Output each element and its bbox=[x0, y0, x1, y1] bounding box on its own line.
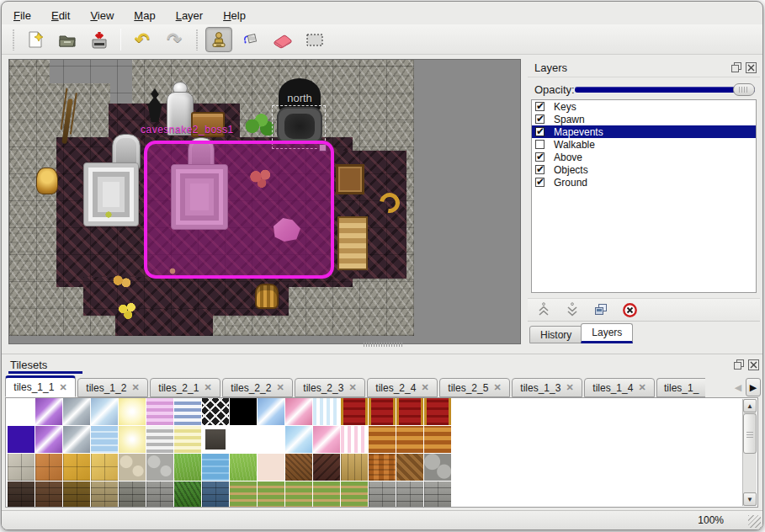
tileset-tab-tiles_1_4[interactable]: tiles_1_4✕ bbox=[584, 378, 655, 397]
palette-tile[interactable] bbox=[230, 454, 257, 481]
palette-tile[interactable] bbox=[35, 481, 62, 508]
layer-visibility-checkbox[interactable]: ✔ bbox=[535, 127, 545, 136]
layer-visibility-checkbox[interactable]: ✔ bbox=[535, 114, 545, 124]
tab-close-icon[interactable]: ✕ bbox=[276, 382, 284, 393]
palette-tile[interactable] bbox=[396, 481, 423, 508]
palette-tile[interactable] bbox=[202, 481, 229, 508]
tab-scroll-right-button[interactable]: ▶ bbox=[746, 378, 761, 396]
palette-tile[interactable] bbox=[63, 426, 90, 453]
palette-tile[interactable] bbox=[341, 426, 368, 453]
eraser-tool-button[interactable] bbox=[269, 27, 296, 52]
palette-tile[interactable] bbox=[91, 426, 118, 453]
layer-visibility-checkbox[interactable] bbox=[535, 140, 545, 149]
select-rect-tool-button[interactable] bbox=[301, 27, 328, 52]
palette-tile[interactable] bbox=[119, 454, 146, 481]
palette-tile[interactable] bbox=[91, 454, 118, 481]
palette-tile[interactable] bbox=[369, 481, 396, 508]
palette-tile[interactable] bbox=[313, 398, 340, 425]
palette-tile[interactable] bbox=[396, 398, 423, 425]
palette-tile[interactable] bbox=[424, 426, 451, 453]
tab-close-icon[interactable]: ✕ bbox=[493, 382, 501, 393]
layer-row-mapevents[interactable]: ✔Mapevents bbox=[532, 125, 756, 138]
layer-row-spawn[interactable]: ✔Spawn bbox=[532, 113, 756, 125]
map-view[interactable]: north cavesnake2_boss1 bbox=[8, 59, 521, 344]
palette-tile[interactable] bbox=[35, 454, 62, 481]
palette-tile[interactable] bbox=[424, 481, 451, 508]
palette-tile[interactable] bbox=[341, 454, 368, 481]
tileset-tab-tiles_2_5[interactable]: tiles_2_5✕ bbox=[439, 378, 510, 397]
palette-tile[interactable] bbox=[174, 454, 201, 481]
palette-tile[interactable] bbox=[35, 398, 62, 425]
duplicate-layer-button[interactable] bbox=[592, 301, 610, 319]
close-panel-icon[interactable] bbox=[746, 62, 757, 73]
palette-tile[interactable] bbox=[424, 398, 451, 425]
tileset-tab-tiles_1_[interactable]: tiles_1_ bbox=[656, 378, 705, 397]
layer-row-keys[interactable]: ✔Keys bbox=[532, 100, 756, 113]
palette-tile[interactable] bbox=[119, 398, 146, 425]
menu-file[interactable]: File bbox=[10, 8, 35, 23]
menu-help[interactable]: Help bbox=[220, 8, 249, 23]
scrollbar-thumb[interactable] bbox=[743, 413, 757, 454]
layer-visibility-checkbox[interactable]: ✔ bbox=[535, 165, 545, 174]
tab-close-icon[interactable]: ✕ bbox=[59, 382, 66, 393]
palette-tile[interactable] bbox=[258, 426, 284, 453]
palette-tile[interactable] bbox=[285, 398, 312, 425]
fill-tool-button[interactable] bbox=[237, 27, 264, 52]
palette-tile[interactable] bbox=[91, 398, 118, 425]
layer-row-above[interactable]: ✔Above bbox=[532, 151, 756, 163]
tileset-tab-tiles_1_1[interactable]: tiles_1_1✕ bbox=[5, 375, 76, 397]
tileset-tab-tiles_1_2[interactable]: tiles_1_2✕ bbox=[77, 378, 148, 397]
palette-tile[interactable] bbox=[285, 426, 312, 453]
palette-tile[interactable] bbox=[119, 426, 146, 453]
palette-tile[interactable] bbox=[119, 481, 146, 508]
tilesets-close-icon[interactable] bbox=[748, 359, 759, 370]
tileset-tab-tiles_2_3[interactable]: tiles_2_3✕ bbox=[295, 378, 365, 397]
open-button[interactable] bbox=[54, 27, 81, 52]
palette-tile[interactable] bbox=[63, 481, 90, 508]
palette-tile[interactable] bbox=[8, 454, 35, 481]
window-resize-grip[interactable] bbox=[748, 515, 761, 528]
palette-tile[interactable] bbox=[341, 398, 368, 425]
palette-tile[interactable] bbox=[313, 481, 340, 508]
palette-tile[interactable] bbox=[146, 454, 173, 481]
palette-tile[interactable] bbox=[285, 454, 312, 481]
palette-tile[interactable] bbox=[369, 454, 396, 481]
undo-button[interactable]: ↶ bbox=[129, 27, 156, 52]
tileset-tab-tiles_2_2[interactable]: tiles_2_2✕ bbox=[222, 378, 293, 397]
palette-tile[interactable] bbox=[369, 398, 396, 425]
mapevent-selection-rect[interactable] bbox=[144, 141, 334, 279]
tab-close-icon[interactable]: ✕ bbox=[348, 382, 356, 393]
layer-visibility-checkbox[interactable]: ✔ bbox=[535, 178, 545, 187]
palette-tile[interactable] bbox=[313, 426, 340, 453]
lower-layer-button[interactable] bbox=[563, 301, 582, 319]
menu-view[interactable]: View bbox=[87, 8, 117, 23]
menu-edit[interactable]: Edit bbox=[48, 8, 73, 23]
palette-tile[interactable] bbox=[396, 454, 423, 481]
palette-tile[interactable] bbox=[91, 481, 118, 508]
palette-tile[interactable] bbox=[174, 426, 201, 453]
palette-tile[interactable] bbox=[8, 481, 35, 508]
palette-tile[interactable] bbox=[146, 481, 173, 508]
palette-tile[interactable] bbox=[8, 426, 35, 453]
raise-layer-button[interactable] bbox=[534, 301, 553, 319]
palette-tile[interactable] bbox=[258, 398, 284, 425]
palette-scrollbar[interactable]: ▲ ▼ bbox=[742, 399, 757, 506]
float-panel-icon[interactable] bbox=[731, 62, 742, 73]
palette-tile[interactable] bbox=[202, 398, 229, 425]
palette-tile[interactable] bbox=[230, 398, 257, 425]
tileset-tab-tiles_1_3[interactable]: tiles_1_3✕ bbox=[512, 378, 582, 397]
tab-close-icon[interactable]: ✕ bbox=[204, 382, 211, 393]
palette-tile[interactable] bbox=[202, 426, 229, 453]
stamp-tool-button[interactable] bbox=[205, 27, 232, 52]
layer-visibility-checkbox[interactable]: ✔ bbox=[535, 152, 545, 162]
horizontal-splitter-grip[interactable] bbox=[364, 342, 402, 347]
palette-tile[interactable] bbox=[146, 398, 173, 425]
tab-close-icon[interactable]: ✕ bbox=[421, 382, 428, 393]
layer-visibility-checkbox[interactable]: ✔ bbox=[535, 102, 545, 111]
palette-tile[interactable] bbox=[285, 481, 312, 508]
dock-tab-history[interactable]: History bbox=[529, 326, 582, 343]
palette-tile[interactable] bbox=[63, 398, 90, 425]
scroll-up-arrow[interactable]: ▲ bbox=[743, 399, 757, 412]
toolbar-grip-2[interactable] bbox=[194, 29, 199, 51]
tab-scroll-left-button[interactable]: ◀ bbox=[732, 378, 744, 396]
